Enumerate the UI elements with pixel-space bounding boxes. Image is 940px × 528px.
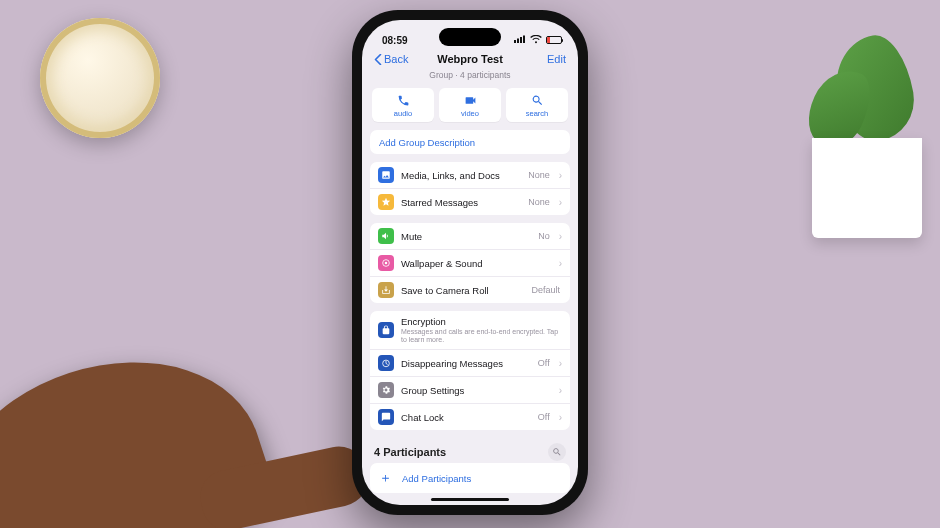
chevron-right-icon: ›	[559, 358, 562, 369]
chevron-right-icon: ›	[559, 197, 562, 208]
edit-button[interactable]: Edit	[547, 53, 566, 65]
lock-icon	[378, 322, 394, 338]
chevron-right-icon: ›	[559, 258, 562, 269]
media-section: Media, Links, and Docs None › Starred Me…	[370, 162, 570, 215]
video-call-button[interactable]: video	[439, 88, 501, 122]
gear-icon	[378, 382, 394, 398]
chat-settings-section: Mute No › Wallpaper & Sound › Save to Ca…	[370, 223, 570, 303]
wifi-icon	[530, 35, 542, 46]
photo-icon	[378, 167, 394, 183]
encryption-row[interactable]: Encryption Messages and calls are end-to…	[370, 311, 570, 349]
phone-icon	[397, 94, 410, 107]
chevron-right-icon: ›	[559, 231, 562, 242]
download-icon	[378, 282, 394, 298]
nav-bar: Back Webpro Test Edit	[362, 50, 578, 70]
participants-count: 4 Participants	[374, 446, 446, 458]
participants-section: ＋ Add Participants	[370, 463, 570, 493]
plus-icon: ＋	[379, 469, 392, 487]
chat-lock-row[interactable]: Chat Lock Off ›	[370, 403, 570, 430]
group-subtitle: Group · 4 participants	[362, 70, 578, 80]
search-icon	[552, 447, 562, 457]
audio-call-button[interactable]: audio	[372, 88, 434, 122]
participants-header: 4 Participants	[362, 438, 578, 463]
svg-rect-1	[517, 39, 519, 44]
chevron-right-icon: ›	[559, 385, 562, 396]
description-section: Add Group Description	[370, 130, 570, 154]
chevron-right-icon: ›	[559, 412, 562, 423]
iphone-frame: 08:59 Back Webpro Test Edit Group · 4 pa…	[352, 10, 588, 515]
speaker-icon	[378, 228, 394, 244]
hand	[0, 358, 320, 528]
video-icon	[464, 94, 477, 107]
add-description-button[interactable]: Add Group Description	[370, 130, 570, 154]
desk-plant	[782, 8, 922, 238]
mute-row[interactable]: Mute No ›	[370, 223, 570, 249]
cellular-icon	[514, 35, 526, 45]
chat-lock-icon	[378, 409, 394, 425]
disappearing-row[interactable]: Disappearing Messages Off ›	[370, 349, 570, 376]
search-button[interactable]: search	[506, 88, 568, 122]
wallpaper-row[interactable]: Wallpaper & Sound ›	[370, 249, 570, 276]
starred-row[interactable]: Starred Messages None ›	[370, 188, 570, 215]
scroll-content[interactable]: Group · 4 participants audio video searc…	[362, 70, 578, 503]
star-icon	[378, 194, 394, 210]
chevron-left-icon	[374, 54, 382, 65]
battery-icon	[546, 36, 562, 44]
participants-search-button[interactable]	[548, 443, 566, 461]
privacy-section: Encryption Messages and calls are end-to…	[370, 311, 570, 430]
dynamic-island	[439, 28, 501, 46]
chevron-right-icon: ›	[559, 170, 562, 181]
svg-point-5	[385, 262, 388, 265]
search-icon	[531, 94, 544, 107]
media-row[interactable]: Media, Links, and Docs None ›	[370, 162, 570, 188]
action-buttons: audio video search	[362, 88, 578, 130]
screen: 08:59 Back Webpro Test Edit Group · 4 pa…	[362, 20, 578, 505]
add-participants-button[interactable]: ＋ Add Participants	[370, 463, 570, 493]
svg-rect-2	[520, 37, 522, 43]
wallpaper-icon	[378, 255, 394, 271]
page-title: Webpro Test	[437, 53, 503, 65]
svg-rect-0	[514, 40, 516, 43]
status-time: 08:59	[382, 35, 408, 46]
group-settings-row[interactable]: Group Settings ›	[370, 376, 570, 403]
home-indicator[interactable]	[431, 498, 509, 501]
svg-rect-3	[523, 36, 525, 44]
camera-roll-row[interactable]: Save to Camera Roll Default	[370, 276, 570, 303]
timer-icon	[378, 355, 394, 371]
desk-clock	[40, 18, 160, 138]
back-button[interactable]: Back	[374, 53, 408, 65]
